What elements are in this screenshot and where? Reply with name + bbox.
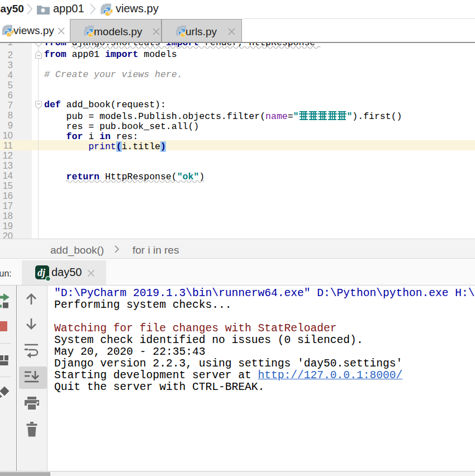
svg-text:dj: dj [37,267,46,278]
